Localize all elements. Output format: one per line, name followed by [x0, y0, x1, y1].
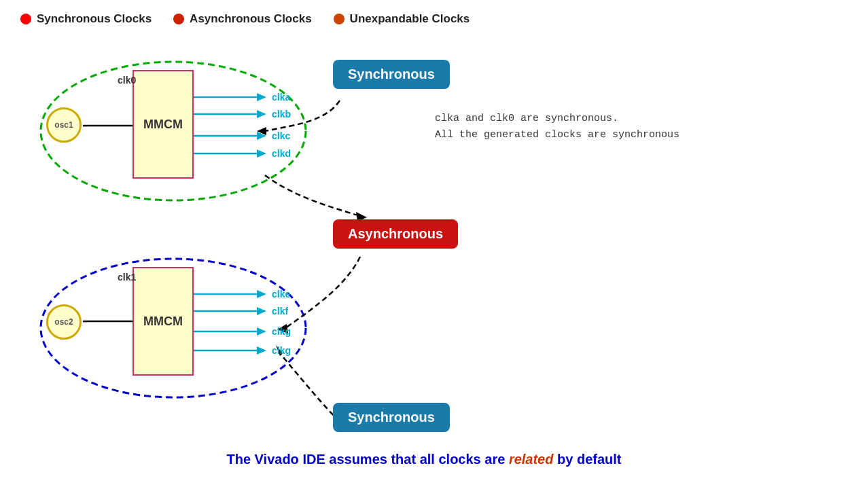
mmcm1-label: MMCM [143, 118, 183, 132]
async-dot [173, 14, 184, 24]
svg-marker-13 [257, 149, 266, 158]
sync-label: Synchronous Clocks [37, 12, 152, 26]
unexpandable-dot [334, 14, 344, 24]
mmcm1-box: MMCM [132, 70, 194, 179]
osc1-circle: osc1 [46, 107, 82, 143]
clk0-label: clk0 [118, 75, 136, 86]
svg-marker-17 [257, 307, 266, 315]
svg-marker-19 [257, 327, 266, 336]
clk1-label: clk1 [118, 272, 136, 283]
legend-unexpandable: Unexpandable Clocks [334, 12, 470, 26]
legend-sync: Synchronous Clocks [20, 12, 152, 26]
footer-related: related [509, 452, 554, 467]
mmcm2-box: MMCM [132, 267, 194, 376]
clke-label: clke [272, 289, 290, 300]
mmcm2-label: MMCM [143, 314, 183, 329]
clkd-label: clkd [272, 148, 291, 159]
description-text: clka and clk0 are synchronous. All the g… [435, 111, 679, 143]
legend: Synchronous Clocks Asynchronous Clocks U… [0, 0, 848, 33]
clkc-label: clkc [272, 130, 290, 141]
clka-label: clka [272, 92, 290, 103]
sync2-badge: Synchronous [333, 403, 450, 432]
clkf-label: clkf [272, 306, 288, 317]
desc-line2: All the generated clocks are synchronous [435, 127, 679, 143]
svg-marker-21 [257, 346, 266, 355]
diagram: osc1 osc2 MMCM MMCM clk0 clk1 clka clkb … [0, 33, 848, 481]
footer-prefix: The Vivado IDE assumes that all clocks a… [227, 452, 509, 467]
clkg1-label: clkg [272, 326, 291, 337]
svg-marker-7 [257, 93, 266, 101]
sync1-badge: Synchronous [333, 60, 450, 89]
svg-marker-11 [257, 132, 266, 140]
osc2-label: osc2 [54, 317, 73, 327]
osc2-circle: osc2 [46, 304, 82, 340]
footer-suffix: by default [553, 452, 621, 467]
clkb-label: clkb [272, 109, 291, 120]
svg-marker-9 [257, 110, 266, 118]
osc1-label: osc1 [54, 120, 73, 130]
sync-dot [20, 14, 31, 24]
legend-async: Asynchronous Clocks [173, 12, 312, 26]
clkg2-label: clkg [272, 345, 291, 356]
async-label: Asynchronous Clocks [190, 12, 312, 26]
footer-text: The Vivado IDE assumes that all clocks a… [0, 452, 848, 467]
svg-marker-22 [257, 127, 266, 135]
desc-line1: clka and clk0 are synchronous. [435, 111, 679, 127]
svg-marker-15 [257, 290, 266, 298]
async-badge: Asynchronous [333, 219, 458, 249]
unexpandable-label: Unexpandable Clocks [350, 12, 470, 26]
